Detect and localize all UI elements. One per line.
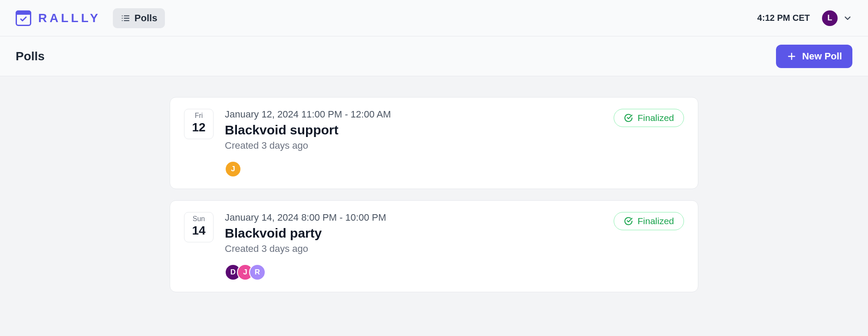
polls-list: Fri 12 January 12, 2024 11:00 PM - 12:00…: [0, 76, 868, 313]
brand-link[interactable]: RALLLY: [16, 10, 101, 26]
poll-card[interactable]: Fri 12 January 12, 2024 11:00 PM - 12:00…: [170, 97, 698, 189]
poll-title: Blackvoid party: [225, 226, 602, 241]
status-label: Finalized: [638, 216, 674, 226]
poll-created: Created 3 days ago: [225, 243, 602, 254]
sub-header: Polls New Poll: [0, 36, 868, 76]
poll-title: Blackvoid support: [225, 123, 602, 137]
status-badge: Finalized: [614, 212, 684, 230]
participant-avatars: J: [225, 161, 602, 177]
check-circle-icon: [624, 216, 633, 226]
poll-created: Created 3 days ago: [225, 140, 602, 151]
nav-item-label: Polls: [135, 13, 158, 24]
participant-avatars: D J R: [225, 264, 602, 281]
page-title: Polls: [16, 49, 45, 63]
brand-logo-icon: [16, 10, 31, 26]
poll-card[interactable]: Sun 14 January 14, 2024 8:00 PM - 10:00 …: [170, 200, 698, 292]
check-circle-icon: [624, 113, 633, 123]
list-icon: [121, 13, 130, 23]
new-poll-label: New Poll: [802, 51, 842, 62]
nav-item-polls[interactable]: Polls: [113, 8, 165, 28]
date-chip: Fri 12: [184, 109, 214, 139]
chevron-down-icon: [843, 13, 852, 23]
date-dom: 12: [192, 121, 205, 134]
poll-main: January 12, 2024 11:00 PM - 12:00 AM Bla…: [225, 109, 602, 177]
status-badge: Finalized: [614, 109, 684, 127]
date-dom: 14: [192, 224, 205, 237]
status-label: Finalized: [638, 113, 674, 123]
plus-icon: [786, 51, 797, 62]
participant-avatar: J: [225, 161, 241, 177]
date-dow: Fri: [184, 112, 213, 120]
poll-datetime: January 14, 2024 8:00 PM - 10:00 PM: [225, 212, 602, 223]
user-menu[interactable]: L: [822, 10, 852, 26]
svg-point-5: [122, 20, 122, 21]
avatar: L: [822, 10, 838, 26]
brand-wordmark: RALLLY: [38, 11, 101, 25]
primary-nav: Polls: [113, 8, 165, 28]
top-nav: RALLLY Polls 4:12 PM CET L: [0, 0, 868, 36]
svg-point-4: [122, 17, 122, 18]
poll-datetime: January 12, 2024 11:00 PM - 12:00 AM: [225, 109, 602, 120]
participant-avatar: R: [249, 264, 266, 281]
svg-point-3: [122, 15, 122, 16]
new-poll-button[interactable]: New Poll: [776, 45, 852, 68]
date-dow: Sun: [184, 215, 213, 223]
date-chip: Sun 14: [184, 212, 214, 242]
header-clock: 4:12 PM CET: [757, 13, 810, 23]
poll-main: January 14, 2024 8:00 PM - 10:00 PM Blac…: [225, 212, 602, 281]
